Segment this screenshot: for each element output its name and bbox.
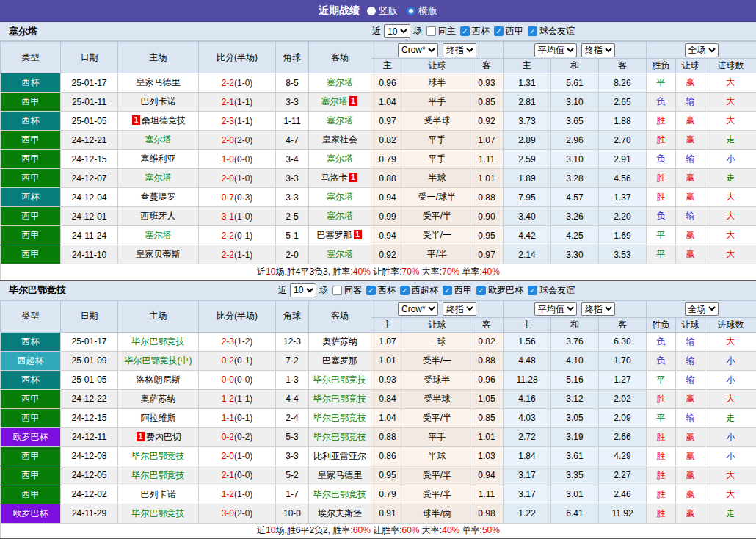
competition-label[interactable]: 欧罗巴杯	[488, 284, 523, 297]
score-cell: 1-1(0-1)	[199, 408, 276, 427]
outcome-cell: 平	[647, 370, 676, 389]
competition-label[interactable]: 西甲	[454, 284, 472, 297]
filter-checkbox[interactable]: ✓	[443, 286, 452, 295]
outcome-cell: 胜	[647, 446, 676, 466]
goals-result-cell: 大	[705, 93, 756, 112]
crow-home-odds-cell: 0.82	[371, 131, 404, 150]
outcome-cell: 胜	[647, 389, 676, 408]
same-venue-label[interactable]: 同客	[344, 284, 362, 297]
competition-label[interactable]: 球会友谊	[539, 25, 575, 37]
match-row: 西杯25-01-05洛格朗尼斯0-0(0-0)1-3毕尔巴鄂竞技0.93受球半0…	[1, 370, 756, 389]
corner-cell: 1-3	[276, 370, 309, 389]
home-team-cell: 奥萨苏纳	[118, 389, 199, 408]
outcome-cell: 平	[647, 226, 676, 245]
match-row: 西甲24-12-05毕尔巴鄂竞技2-1(0-0)5-2皇家马德里0.95受平/半…	[1, 466, 756, 485]
goals-result-cell: 小	[705, 427, 756, 446]
filter-checkbox[interactable]: ✓	[528, 286, 537, 295]
goals-result-cell: 走	[705, 504, 756, 523]
filter-checkbox[interactable]: ✓	[400, 286, 410, 295]
competition-type-cell: 西甲	[1, 150, 61, 169]
same-venue-label[interactable]: 同主	[438, 25, 456, 37]
filter-checkbox[interactable]	[426, 26, 436, 36]
handicap-result-cell: 输	[676, 332, 705, 351]
avg-home-odds-cell: 1.31	[504, 73, 551, 93]
crow-away-odds-cell: 1.01	[470, 169, 504, 188]
half-time-score: (0-0)	[234, 154, 252, 164]
away-team-name: 皇家社会	[322, 134, 357, 145]
layout-radio-option[interactable]: 竖版	[367, 4, 398, 18]
competition-label[interactable]: 西甲	[506, 25, 523, 37]
summary-segment: 70%	[402, 267, 420, 277]
layout-radio[interactable]	[367, 7, 376, 15]
avg-draw-odds-cell: 3.12	[551, 389, 599, 408]
match-date-cell: 24-12-15	[61, 408, 118, 427]
match-date-cell: 24-12-02	[61, 485, 118, 504]
half-time-score: (1-1)	[234, 97, 252, 107]
competition-label[interactable]: 西杯	[378, 284, 396, 297]
red-card-badge: 1	[349, 96, 357, 106]
competition-label[interactable]: 西超杯	[412, 284, 438, 297]
away-team-name: 塞尔塔	[327, 115, 353, 126]
half-time-score: (0-1)	[234, 355, 252, 366]
goals-result-cell: 走	[705, 169, 756, 188]
avg-final-select[interactable]: 终指	[581, 302, 615, 316]
full-time-score: 2-2	[222, 250, 234, 260]
outcome-cell: 平	[647, 408, 676, 427]
avg-source-select[interactable]: 平均值	[534, 43, 577, 57]
competition-type-cell: 西甲	[1, 408, 61, 427]
matches-table: 类型 日期 主场 比分(半场) 角球 客场 Crow*终指 平均值终指 全场	[0, 300, 756, 539]
odds-source-select[interactable]: Crow*	[398, 43, 438, 57]
avg-away-odds-cell: 6.30	[599, 332, 647, 351]
crow-home-odds-cell: 0.88	[371, 427, 404, 446]
filter-checkbox[interactable]	[332, 286, 342, 295]
avg-source-select[interactable]: 平均值	[534, 302, 577, 316]
competition-type-cell: 西甲	[1, 93, 61, 112]
away-team-cell: 塞尔塔	[309, 188, 371, 207]
crow-away-odds-cell: 0.96	[470, 370, 504, 389]
crow-away-odds-cell: 0.98	[470, 504, 504, 523]
handicap-result-cell: 输	[676, 93, 705, 112]
games-count-select[interactable]: 10	[290, 283, 316, 297]
filter-checkbox[interactable]: ✓	[476, 286, 486, 295]
competition-type-cell: 欧罗巴杯	[1, 504, 61, 523]
scope-select[interactable]: 全场	[685, 302, 719, 316]
match-date-cell: 24-12-15	[61, 150, 118, 169]
crow-home-odds-cell: 0.99	[371, 207, 404, 226]
handicap-result-cell: 赢	[676, 226, 705, 245]
score-cell: 2-0(2-0)	[199, 131, 276, 150]
away-team-cell: 奥萨苏纳	[309, 332, 371, 351]
filter-checkbox[interactable]: ✓	[460, 26, 470, 36]
competition-label[interactable]: 球会友谊	[539, 284, 575, 297]
avg-away-odds-cell: 2.66	[599, 427, 647, 446]
layout-radio[interactable]	[407, 7, 415, 15]
half-time-score: (1-0)	[234, 173, 252, 184]
odds-final-select[interactable]: 终指	[443, 302, 476, 316]
odds-final-select[interactable]: 终指	[443, 43, 476, 57]
crow-odds-group-header: Crow*终指	[371, 300, 504, 317]
score-cell: 2-0(1-0)	[199, 169, 276, 188]
filter-checkbox[interactable]: ✓	[366, 286, 376, 295]
odds-source-select[interactable]: Crow*	[398, 302, 438, 316]
avg-final-select[interactable]: 终指	[581, 43, 615, 57]
avg-draw-odds-cell: 3.28	[551, 169, 599, 188]
layout-radio-label: 横版	[418, 4, 437, 18]
games-count-select[interactable]: 10	[384, 24, 410, 38]
crow-home-odds-cell: 0.96	[371, 73, 404, 93]
score-cell: 3-1(1-0)	[199, 207, 276, 226]
home-team-cell: 塞尔塔	[118, 226, 199, 245]
scope-select[interactable]: 全场	[685, 43, 719, 57]
result-handicap-col: 让球	[676, 59, 705, 73]
crow-handicap-cell: 平手	[404, 150, 470, 169]
layout-radio-option[interactable]: 横版	[407, 4, 437, 18]
match-date-cell: 25-01-05	[61, 370, 118, 389]
filter-checkbox[interactable]: ✓	[528, 26, 537, 36]
competition-label[interactable]: 西杯	[472, 25, 490, 37]
score-cell: 1-2(1-1)	[199, 389, 276, 408]
competition-type-cell: 西甲	[1, 169, 61, 188]
competition-type-cell: 西甲	[1, 131, 61, 150]
filter-checkbox[interactable]: ✓	[494, 26, 504, 36]
home-team-name: 洛格朗尼斯	[137, 375, 181, 385]
full-time-score: 1-0	[222, 154, 234, 164]
match-row: 西甲24-12-15塞维利亚1-0(0-0)3-4塞尔塔0.79平手1.112.…	[1, 150, 756, 169]
competition-type-cell: 西超杯	[1, 351, 61, 370]
